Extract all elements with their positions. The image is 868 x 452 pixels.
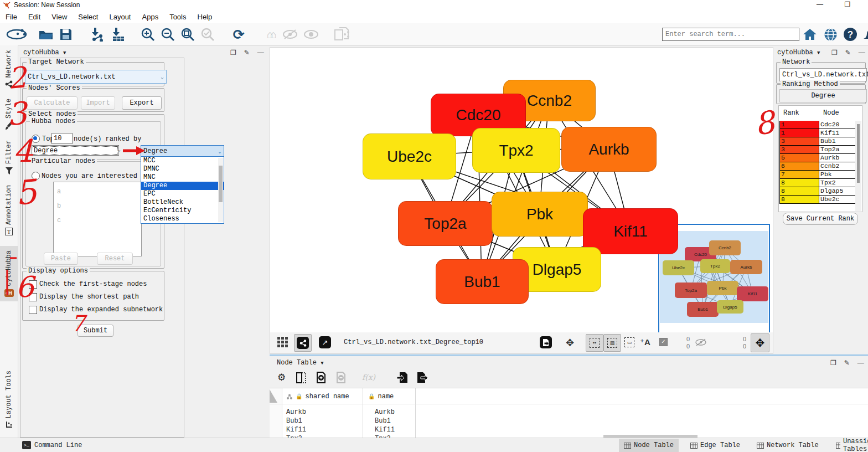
method-chevron-icon[interactable]: ⌄	[117, 146, 121, 153]
network-node-bub1[interactable]: Bub1	[436, 259, 529, 304]
detach-view-icon[interactable]: ↗	[319, 336, 331, 348]
node-table-cell-shared-name[interactable]: Bub1	[286, 417, 302, 426]
rank-table-row[interactable]: 5Aurkb	[779, 154, 859, 162]
command-line-label[interactable]: Command Line	[34, 441, 82, 449]
import-table-icon[interactable]	[110, 25, 126, 43]
node-table[interactable]: 🔒 shared name 🔒 name AurkbAurkbBub1Bub1K…	[270, 388, 868, 439]
dropdown-option-degree[interactable]: Degree	[141, 182, 224, 190]
menu-item-edit[interactable]: Edit	[23, 11, 46, 23]
menu-item-view[interactable]: View	[46, 11, 73, 23]
menu-item-help[interactable]: Help	[192, 11, 218, 23]
column-divider[interactable]	[415, 388, 416, 439]
rank-table-row[interactable]: 7Pbk	[779, 171, 859, 179]
rank-table-row[interactable]: 8Tpx2	[779, 179, 859, 187]
node-selection-toggle[interactable]: ••	[586, 334, 603, 352]
node-table-cell-shared-name[interactable]: Aurkb	[286, 408, 306, 417]
add-column-icon[interactable]	[316, 372, 326, 383]
dropdown-option-mcc[interactable]: MCC	[141, 157, 224, 165]
table-mode-tab-node-table[interactable]: Node Table	[619, 439, 679, 452]
column-divider[interactable]	[363, 388, 363, 439]
menu-item-tools[interactable]: Tools	[164, 11, 192, 23]
table-mode-tab-unassigned-tables[interactable]: Unassigned Tables	[831, 439, 868, 452]
dropdown-option-closeness[interactable]: Closeness	[141, 215, 224, 223]
zoom-out-icon[interactable]	[159, 25, 176, 43]
sidebar-tab-style[interactable]: Style	[0, 94, 18, 136]
display-option-checkbox[interactable]	[29, 293, 37, 301]
top-count-input[interactable]	[51, 133, 73, 144]
zoom-in-icon[interactable]	[140, 25, 156, 43]
menu-item-layout[interactable]: Layout	[104, 11, 136, 23]
node-table-cell-name[interactable]: Bub1	[375, 417, 391, 426]
rank-table-row[interactable]: 6Ccnb2	[779, 162, 859, 171]
shared-name-column-header[interactable]: 🔒 shared name	[286, 389, 349, 404]
node-table-cell-name[interactable]: Aurkb	[375, 408, 395, 417]
dropdown-scrollbar[interactable]	[218, 158, 223, 222]
dropdown-current-value[interactable]: Degree⌄	[141, 145, 224, 157]
sidebar-tab-network[interactable]: Network	[0, 45, 18, 94]
import-network-icon[interactable]	[89, 25, 105, 43]
ranking-method-select[interactable]: Degree	[32, 145, 119, 156]
table-mode-tab-network-table[interactable]: Network Table	[752, 439, 824, 452]
minimize-button[interactable]: —	[812, 1, 828, 9]
zoom-fit-icon[interactable]	[179, 25, 196, 43]
node-table-cell-name[interactable]: Kif11	[375, 426, 395, 435]
right-panel-window-icons[interactable]: ❐✎—	[831, 49, 865, 56]
rank-table-row[interactable]: 8Ube2c	[779, 196, 859, 204]
dropdown-option-bottleneck[interactable]: BottleNeck	[141, 198, 224, 207]
node-table-cell-shared-name[interactable]: Kif11	[286, 426, 306, 435]
node-table-title[interactable]: Node Table ▼	[277, 359, 324, 367]
command-line-icon[interactable]: >_	[22, 441, 31, 449]
nodes-textarea[interactable]: abc	[53, 182, 142, 256]
right-panel-title[interactable]: cytoHubba ▼	[777, 49, 820, 56]
table-mode-tab-edge-table[interactable]: Edge Table	[685, 439, 745, 452]
network-node-top2a[interactable]: Top2a	[398, 201, 493, 246]
dropdown-option-dmnc[interactable]: DMNC	[141, 165, 224, 173]
display-option-checkbox[interactable]	[29, 306, 37, 314]
network-node-ube2c[interactable]: Ube2c	[363, 133, 456, 179]
refresh-icon[interactable]: ⟳	[229, 25, 248, 43]
help-icon[interactable]: ?	[841, 25, 859, 43]
dropdown-option-epc[interactable]: EPC	[141, 190, 224, 198]
interested-nodes-radio[interactable]	[32, 172, 40, 180]
rank-table-scrollbar[interactable]	[855, 121, 861, 211]
label-move-icon[interactable]: ⁺A	[640, 337, 650, 347]
top-nodes-radio[interactable]	[32, 135, 40, 143]
notifications-icon[interactable]	[862, 25, 868, 43]
dropdown-option-mnc[interactable]: MNC	[141, 173, 224, 182]
fit-content-icon[interactable]: ✥	[566, 337, 574, 349]
network-node-aurkb[interactable]: Aurkb	[561, 127, 657, 172]
home-icon[interactable]	[801, 25, 819, 43]
display-option-checkbox[interactable]	[29, 280, 37, 289]
sort-triangle[interactable]	[270, 389, 277, 403]
target-network-select[interactable]: Ctrl_vs_LD.network.txt ⌄	[25, 70, 167, 84]
column-select-icon[interactable]	[296, 372, 306, 383]
grid-view-icon[interactable]	[277, 337, 290, 349]
menu-item-file[interactable]: File	[0, 11, 23, 23]
network-node-pbk[interactable]: Pbk	[492, 192, 588, 237]
network-list-toggle[interactable]	[294, 334, 312, 352]
import-table-icon[interactable]	[397, 372, 408, 383]
edge-selection-toggle[interactable]: ▨	[603, 334, 621, 352]
dropdown-option-eccentricity[interactable]: EcCentricity	[141, 207, 224, 215]
selection-checkbox[interactable]: ✓	[659, 338, 668, 346]
sidebar-tab-annotation[interactable]: AnnotationT	[0, 181, 18, 242]
menu-item-apps[interactable]: Apps	[137, 11, 164, 23]
network-node-kif11[interactable]: Kif11	[583, 208, 678, 254]
open-session-icon[interactable]	[38, 25, 54, 43]
network-node-tpx2[interactable]: Tpx2	[472, 128, 560, 173]
globe-icon[interactable]	[822, 25, 839, 43]
submit-button[interactable]: Submit	[78, 325, 113, 337]
export-image-icon[interactable]	[540, 336, 552, 348]
network-canvas[interactable]: Cdc20Ccnb2Ube2cTpx2AurkbTop2aPbkKif11Bub…	[270, 47, 773, 333]
rank-table-row[interactable]: 3Bub1	[779, 137, 859, 146]
save-current-rank-button[interactable]: Save Current Rank	[783, 213, 858, 225]
sidebar-tab-filter[interactable]: Filter	[0, 136, 18, 180]
sidebar-tab-layout-tools[interactable]: Layout Tools	[0, 366, 18, 438]
save-session-icon[interactable]	[58, 25, 74, 43]
table-panel-window-icons[interactable]: ❐✎—	[830, 359, 864, 367]
rank-table-row[interactable]: 1Cdc20	[779, 121, 859, 129]
gear-icon[interactable]: ⚙	[277, 372, 286, 383]
menu-item-select[interactable]: Select	[73, 11, 104, 23]
annotation-selection-toggle[interactable]: ▭	[621, 334, 638, 351]
left-panel-title[interactable]: cytoHubba ▼	[23, 49, 66, 56]
